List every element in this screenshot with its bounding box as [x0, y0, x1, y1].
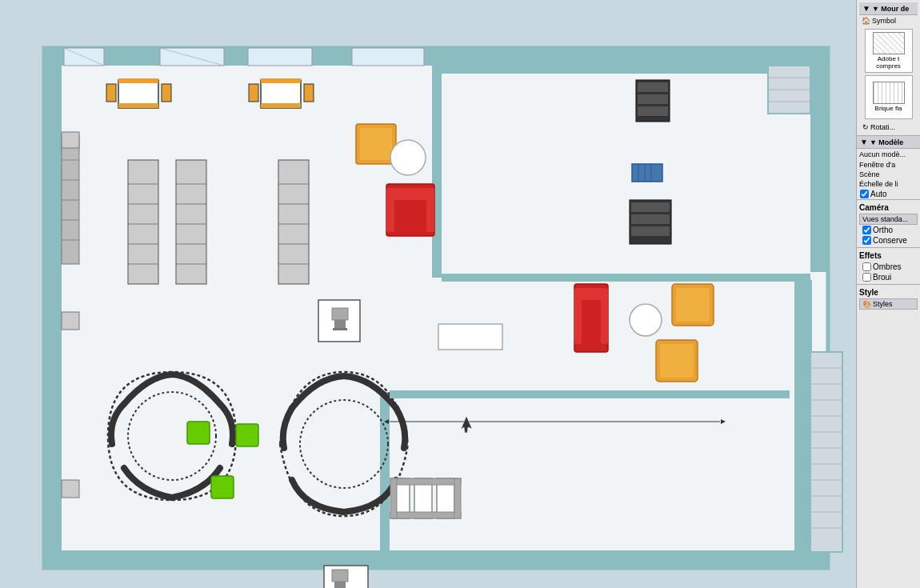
svg-rect-62: [638, 82, 668, 92]
svg-rect-53: [360, 128, 392, 160]
vues-button[interactable]: Vues standa...: [859, 214, 918, 225]
svg-rect-80: [601, 288, 608, 344]
echelle-row: Échelle de li: [857, 179, 920, 189]
modele-none-label: Aucun modè...: [857, 149, 920, 160]
svg-rect-57: [386, 188, 394, 232]
svg-rect-107: [810, 352, 842, 552]
svg-rect-14: [442, 274, 810, 282]
broui-label: Broui: [873, 273, 891, 282]
svg-rect-85: [333, 328, 347, 330]
svg-rect-76: [660, 344, 694, 378]
svg-rect-56: [390, 188, 430, 200]
echelle-label: Échelle de li: [859, 180, 918, 188]
svg-rect-60: [62, 480, 79, 498]
svg-rect-71: [631, 214, 670, 224]
svg-rect-18: [118, 78, 158, 83]
svg-rect-15: [794, 280, 812, 552]
vues-label: Vues standa...: [862, 215, 908, 223]
svg-rect-72: [631, 226, 670, 236]
modele-section: ▼ ▼ Modèle Aucun modè... Fenêtre d'a Scè…: [857, 136, 920, 200]
svg-rect-95: [390, 478, 461, 485]
svg-rect-25: [249, 84, 258, 102]
svg-rect-34: [128, 160, 158, 284]
scene-label: Scène: [859, 170, 918, 178]
conserver-label: Conserve: [873, 236, 907, 245]
svg-rect-23: [261, 78, 301, 83]
svg-rect-98: [454, 478, 461, 518]
svg-rect-83: [332, 308, 348, 320]
ortho-checkbox[interactable]: [862, 226, 871, 234]
modele-section-title: ▼ ▼ Modèle: [857, 136, 920, 149]
camera-section: Caméra Vues standa... Ortho Conserve: [857, 200, 920, 248]
svg-point-54: [390, 140, 426, 175]
svg-rect-21: [162, 84, 171, 102]
camera-title: Caméra: [859, 202, 918, 214]
effets-title: Effets: [859, 250, 918, 262]
auto-label: Auto: [870, 190, 887, 198]
broui-checkbox[interactable]: [862, 273, 871, 282]
conserver-checkbox[interactable]: [862, 236, 871, 245]
svg-rect-20: [106, 84, 116, 102]
svg-rect-84: [334, 320, 346, 328]
rotation-label: Rotati...: [870, 123, 895, 131]
fenetre-label: Fenêtre d'a: [859, 161, 918, 169]
svg-rect-19: [118, 103, 158, 108]
svg-rect-11: [44, 550, 828, 568]
modele-arrow-icon: ▼: [860, 138, 868, 146]
mould-arrow-icon: ▼: [862, 4, 870, 13]
modele-none: Aucun modè...: [859, 150, 918, 158]
svg-rect-97: [390, 478, 397, 518]
svg-rect-9: [44, 48, 62, 568]
svg-rect-96: [390, 512, 461, 518]
ortho-label: Ortho: [873, 226, 893, 234]
svg-rect-33: [62, 132, 79, 148]
symbol-label: Symbol: [872, 17, 896, 25]
symbol-preview-2: [873, 82, 905, 104]
symbol-preview-1: [873, 32, 905, 54]
symbol-card-1[interactable]: Adobe t compres: [865, 29, 913, 73]
conserver-row: Conserve: [859, 235, 918, 246]
mould-section: ▼ ▼ Mour de 🏠 Symbol Adobe t compres Bri…: [857, 0, 920, 136]
svg-rect-59: [62, 312, 79, 330]
symbol2-label: Brique fla: [875, 106, 902, 113]
mould-title: ▼ Mour de: [872, 5, 909, 13]
floor-plan: [0, 0, 856, 588]
svg-rect-101: [334, 582, 346, 588]
symbol-card-2[interactable]: Brique fla: [865, 75, 913, 119]
svg-rect-64: [638, 106, 668, 116]
style-section: Style 🎨 Styles: [857, 285, 920, 311]
scene-row: Scène: [857, 170, 920, 179]
svg-rect-5: [248, 48, 312, 66]
svg-point-81: [630, 304, 662, 336]
ortho-row: Ortho: [859, 225, 918, 235]
styles-button[interactable]: 🎨 Styles: [859, 298, 918, 310]
svg-rect-26: [304, 84, 314, 102]
svg-rect-13: [442, 66, 810, 74]
svg-rect-16: [380, 392, 390, 556]
svg-rect-88: [187, 422, 210, 444]
modele-title: ▼ Modèle: [870, 138, 903, 146]
svg-rect-63: [638, 94, 668, 104]
mould-section-title: ▼ ▼ Mour de: [859, 2, 918, 15]
style-title: Style: [859, 286, 918, 298]
svg-rect-24: [261, 103, 301, 108]
ombres-label: Ombres: [873, 262, 902, 271]
symbol-row: 🏠 Symbol: [859, 15, 918, 26]
svg-rect-46: [278, 160, 309, 284]
auto-row: Auto: [857, 189, 920, 199]
styles-label: Styles: [873, 300, 893, 308]
style-icon: 🎨: [862, 300, 871, 308]
svg-rect-10: [810, 48, 828, 272]
rotation-row: ↻ Rotati...: [859, 122, 918, 133]
broui-row: Broui: [859, 272, 918, 282]
fenetre-row: Fenêtre d'a: [857, 160, 920, 170]
svg-rect-70: [631, 202, 670, 212]
home-icon: 🏠: [862, 17, 870, 25]
svg-rect-58: [426, 188, 434, 232]
svg-rect-78: [578, 288, 604, 300]
svg-rect-40: [176, 160, 206, 284]
effets-section: Effets Ombres Broui: [857, 248, 920, 285]
ombres-checkbox[interactable]: [862, 262, 871, 271]
svg-rect-79: [574, 288, 582, 344]
auto-checkbox[interactable]: [860, 190, 869, 198]
